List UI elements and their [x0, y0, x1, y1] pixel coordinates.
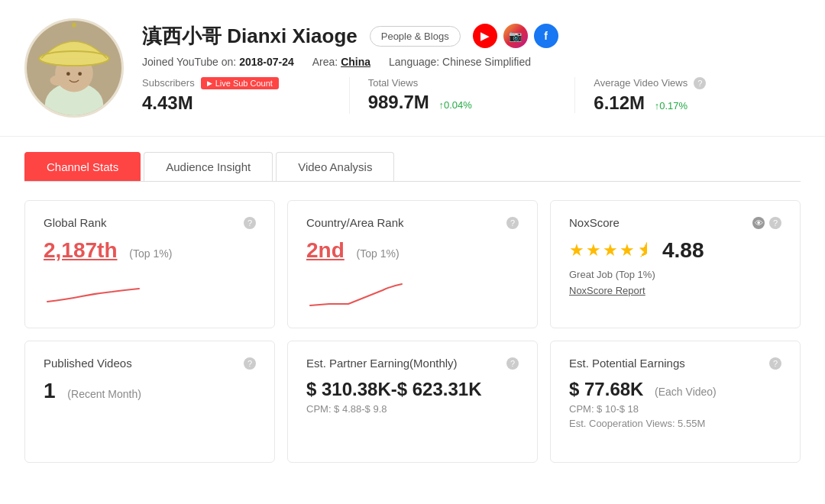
partner-earning-cpm: CPM: $ 4.88-$ 9.8 — [306, 403, 519, 415]
channel-header: 滇西小哥 Dianxi Xiaoge People & Blogs ▶ 📷 f … — [0, 0, 825, 137]
partner-earning-help-icon[interactable]: ? — [506, 357, 519, 370]
nox-score-card: NoxScore 👁 ? ★ ★ ★ ★ ⯨ 4.88 Great Job (T… — [550, 200, 801, 328]
stats-row: Subscribers Live Sub Count 4.43M Total V… — [142, 77, 801, 114]
total-views-change: ↑0.04% — [438, 99, 471, 111]
subscribers-block: Subscribers Live Sub Count 4.43M — [142, 77, 350, 114]
total-views-block: Total Views 989.7M ↑0.04% — [350, 77, 576, 113]
svg-point-7 — [78, 72, 82, 76]
social-icons: ▶ 📷 f — [473, 24, 558, 48]
potential-earnings-card: Est. Potential Earnings ? $ 77.68K (Each… — [550, 341, 801, 463]
tab-audience-insight[interactable]: Audience Insight — [144, 152, 273, 181]
total-views-label: Total Views — [368, 77, 557, 89]
published-videos-card: Published Videos ? 1 (Recent Month) — [24, 341, 275, 463]
global-rank-help-icon[interactable]: ? — [244, 217, 256, 229]
language: Language: Chinese Simplified — [389, 56, 531, 68]
facebook-icon[interactable]: f — [534, 24, 558, 48]
channel-name: 滇西小哥 Dianxi Xiaoge — [142, 23, 358, 50]
svg-point-4 — [72, 23, 76, 27]
subscribers-value: 4.43M — [142, 92, 331, 114]
star-3: ★ — [603, 241, 618, 260]
partner-earning-title: Est. Partner Earning(Monthly) ? — [306, 357, 519, 370]
avg-views-block: Average Video Views ? 6.12M ↑0.17% — [575, 77, 801, 114]
cards-container: Global Rank ? 2,187th (Top 1%) Country/A… — [0, 182, 825, 481]
star-2: ★ — [586, 241, 601, 260]
published-videos-title: Published Videos ? — [44, 357, 256, 370]
join-date: Joined YouTube on: 2018-07-24 — [142, 56, 294, 68]
nox-score-value: 4.88 — [662, 238, 704, 263]
potential-earnings-help-icon[interactable]: ? — [769, 357, 781, 370]
country-rank-value: 2nd (Top 1%) — [306, 238, 519, 263]
published-videos-help-icon[interactable]: ? — [244, 357, 256, 370]
channel-info: 滇西小哥 Dianxi Xiaoge People & Blogs ▶ 📷 f … — [142, 23, 801, 114]
area: Area: China — [312, 56, 370, 68]
partner-earning-card: Est. Partner Earning(Monthly) ? $ 310.38… — [287, 341, 538, 463]
country-rank-title: Country/Area Rank ? — [306, 216, 519, 229]
published-videos-value: 1 (Recent Month) — [44, 379, 256, 403]
star-4: ★ — [620, 241, 635, 260]
svg-point-8 — [50, 76, 65, 86]
country-rank-help-icon[interactable]: ? — [506, 217, 519, 229]
tabs: Channel Stats Audience Insight Video Ana… — [0, 137, 825, 181]
partner-earning-value: $ 310.38K-$ 623.31K — [306, 379, 519, 400]
country-rank-chart — [306, 275, 519, 312]
youtube-icon[interactable]: ▶ — [473, 24, 497, 48]
potential-earnings-value: $ 77.68K (Each Video) — [569, 379, 781, 400]
global-rank-title: Global Rank ? — [44, 216, 256, 229]
channel-meta: Joined YouTube on: 2018-07-24 Area: Chin… — [142, 56, 801, 68]
live-sub-count-badge[interactable]: Live Sub Count — [201, 77, 279, 89]
cards-row-1: Global Rank ? 2,187th (Top 1%) Country/A… — [24, 200, 801, 328]
nox-score-report-link[interactable]: NoxScore Report — [569, 285, 781, 296]
star-1: ★ — [569, 241, 584, 260]
nox-score-help-icon[interactable]: ? — [769, 217, 781, 229]
avg-views-value: 6.12M ↑0.17% — [594, 92, 782, 114]
category-badge[interactable]: People & Blogs — [370, 26, 461, 47]
global-rank-chart — [44, 275, 256, 312]
potential-earnings-title: Est. Potential Earnings ? — [569, 357, 781, 370]
avg-views-change: ↑0.17% — [655, 100, 688, 111]
cards-row-2: Published Videos ? 1 (Recent Month) Est.… — [24, 341, 801, 463]
avatar — [24, 18, 124, 118]
nox-score-stars: ★ ★ ★ ★ ⯨ 4.88 — [569, 238, 781, 263]
nox-score-rating: Great Job (Top 1%) — [569, 269, 781, 280]
tab-video-analysis[interactable]: Video Analysis — [276, 152, 394, 181]
potential-earnings-cooperation: Est. Cooperation Views: 5.55M — [569, 418, 781, 429]
avg-views-label: Average Video Views ? — [594, 77, 782, 89]
global-rank-card: Global Rank ? 2,187th (Top 1%) — [24, 200, 275, 328]
instagram-icon[interactable]: 📷 — [503, 24, 528, 48]
potential-earnings-cpm: CPM: $ 10-$ 18 — [569, 403, 781, 415]
tab-channel-stats[interactable]: Channel Stats — [24, 152, 141, 181]
svg-point-6 — [66, 72, 70, 76]
total-views-value: 989.7M ↑0.04% — [368, 92, 557, 113]
nox-score-eye-icon[interactable]: 👁 — [752, 217, 765, 229]
avg-views-help-icon[interactable]: ? — [694, 77, 706, 89]
star-5-half: ⯨ — [636, 241, 653, 260]
country-rank-card: Country/Area Rank ? 2nd (Top 1%) — [287, 200, 538, 328]
nox-score-title: NoxScore 👁 ? — [569, 216, 781, 229]
subscribers-label: Subscribers Live Sub Count — [142, 77, 331, 89]
global-rank-value: 2,187th (Top 1%) — [44, 238, 256, 263]
